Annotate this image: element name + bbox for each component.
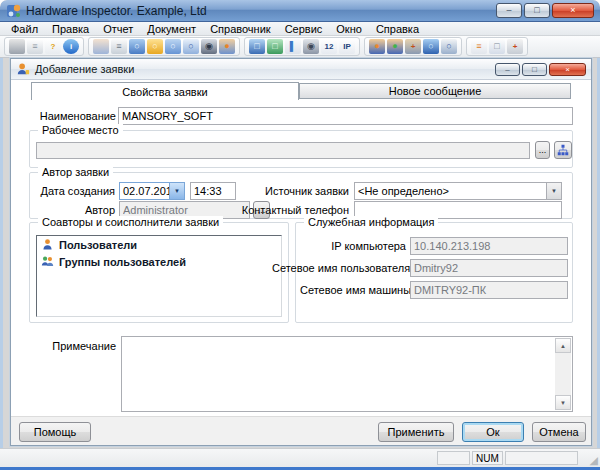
request-source-combobox[interactable]: <Не определено> ▼ [354, 182, 562, 200]
user-rights-icon[interactable]: + [405, 39, 421, 54]
new-request-icon[interactable]: ≡ [471, 39, 487, 54]
tab-request-properties[interactable]: Свойства заявки [31, 82, 299, 100]
find-user-icon[interactable]: ● [219, 39, 235, 54]
ip-label: IP компьютера [300, 240, 406, 252]
menu-item-document[interactable]: Документ [140, 22, 203, 36]
dialog-add-request: Добавление заявки – □ × Свойства заявки … [10, 58, 592, 446]
tab-label: Новое сообщение [389, 85, 482, 97]
toolbar-group: ●●+○○ [364, 37, 462, 56]
print-icon[interactable] [9, 39, 25, 54]
help-topics-icon[interactable]: ? [45, 39, 61, 54]
name-label: Наименование [31, 110, 116, 122]
coauthors-group: Соавторы и соисполнители заявки Пользова… [29, 222, 289, 323]
ok-button[interactable]: Ок [462, 422, 524, 442]
apply-button[interactable]: Применить [378, 422, 454, 442]
toolbar-group: ≡?i [4, 37, 84, 56]
list-item-user-groups[interactable]: Группы пользователей [37, 253, 281, 270]
window-left-border [0, 58, 3, 450]
resize-grip[interactable]: ◢ [590, 455, 598, 466]
workplace-group: Рабочее место ... [29, 130, 573, 168]
menu-item-file[interactable]: Файл [4, 22, 45, 36]
menu-item-help[interactable]: Справка [369, 22, 426, 36]
about-icon[interactable]: i [63, 39, 79, 54]
help-button[interactable]: Помощь [19, 422, 91, 442]
service-info-group: Служебная информация IP компьютера Сетев… [295, 222, 573, 323]
author-group: Автор заявки Дата создания 02.07.2015 ▼ … [29, 172, 573, 219]
close-icon: × [565, 66, 570, 74]
request-source-value: <Не определено> [355, 183, 546, 199]
dialog-titlebar[interactable]: Добавление заявки – □ × [11, 59, 591, 80]
find-history-icon[interactable]: ○ [165, 39, 181, 54]
dialog-minimize-button[interactable]: – [495, 63, 520, 76]
users-group-icon [41, 255, 54, 268]
name-input[interactable] [118, 107, 573, 125]
scheduler-icon[interactable]: ○ [441, 39, 457, 54]
creation-date-label: Дата создания [34, 185, 115, 197]
device-details-icon[interactable]: ≡ [111, 39, 127, 54]
net-user-label: Сетевое имя пользователя [272, 262, 406, 274]
menu-bar: Файл Правка Отчет Документ Справочник Се… [0, 22, 600, 36]
creation-time-input[interactable] [190, 182, 236, 200]
messages-icon[interactable]: □ [489, 39, 505, 54]
list-item-label: Группы пользователей [59, 256, 186, 268]
workplace-tree-button[interactable] [554, 141, 572, 159]
chevron-down-icon[interactable]: ▼ [169, 183, 184, 199]
dialog-maximize-button[interactable]: □ [522, 63, 547, 76]
search-icon[interactable]: ○ [183, 39, 199, 54]
maximize-button[interactable]: □ [524, 3, 550, 18]
find-document-icon[interactable]: ○ [147, 39, 163, 54]
tab-new-message[interactable]: Новое сообщение [299, 83, 571, 99]
scroll-up-button[interactable]: ▲ [555, 338, 571, 353]
cancel-button[interactable]: Отмена [532, 422, 586, 442]
device-photo-icon[interactable]: ◉ [201, 39, 217, 54]
workplace-browse-button[interactable]: ... [535, 141, 550, 159]
note-scrollbar[interactable]: ▲ ▼ [555, 338, 571, 410]
creation-date-combobox[interactable]: 02.07.2015 ▼ [119, 182, 185, 200]
note-textarea[interactable]: ▲ ▼ [121, 336, 573, 412]
user-icon [41, 238, 54, 251]
window-titlebar[interactable]: Hardware Inspector. Example, Ltd – □ × [0, 0, 600, 22]
list-item-users[interactable]: Пользователи [37, 236, 281, 253]
ip-address-icon[interactable]: IP [339, 39, 355, 54]
snapshot-icon[interactable]: ◉ [303, 39, 319, 54]
device-tree-icon[interactable] [93, 39, 109, 54]
creation-date-value: 02.07.2015 [120, 183, 169, 199]
find-device-icon[interactable]: ○ [129, 39, 145, 54]
status-cell [437, 451, 470, 465]
menu-item-report[interactable]: Отчет [96, 22, 140, 36]
note-label: Примечание [31, 340, 116, 352]
menu-item-reference[interactable]: Справочник [203, 22, 278, 36]
user-add-icon[interactable]: ● [387, 39, 403, 54]
app-window: Hardware Inspector. Example, Ltd – □ × Ф… [0, 0, 600, 470]
inventory-number-icon[interactable]: 12 [321, 39, 337, 54]
computer-icon[interactable]: □ [249, 39, 265, 54]
user-icon[interactable]: ● [369, 39, 385, 54]
window-title: Hardware Inspector. Example, Ltd [26, 4, 207, 18]
arrow-down-icon: ▼ [560, 400, 566, 406]
device-move-icon[interactable]: □ [267, 39, 283, 54]
source-label: Источник заявки [234, 185, 349, 197]
report-preview-icon[interactable]: ≡ [27, 39, 43, 54]
chart-icon[interactable]: ▌ [285, 39, 301, 54]
menu-item-service[interactable]: Сервис [278, 22, 330, 36]
settings-icon[interactable]: + [507, 39, 523, 54]
ip-input [410, 237, 568, 255]
workplace-group-label: Рабочее место [38, 124, 123, 136]
status-bar: NUM ◢ [0, 448, 600, 467]
request-icon [16, 62, 30, 76]
dialog-title: Добавление заявки [35, 63, 134, 75]
menu-item-window[interactable]: Окно [329, 22, 369, 36]
machine-name-input [410, 281, 568, 299]
scroll-down-button[interactable]: ▼ [555, 395, 571, 410]
minimize-button[interactable]: – [496, 3, 522, 18]
minimize-icon: – [506, 6, 511, 15]
menu-item-edit[interactable]: Правка [45, 22, 96, 36]
online-users-icon[interactable]: ○ [423, 39, 439, 54]
chevron-down-icon[interactable]: ▼ [546, 183, 561, 199]
close-button[interactable]: × [552, 3, 594, 18]
num-lock-indicator: NUM [472, 451, 503, 465]
org-tree-icon [557, 144, 569, 156]
dialog-close-button[interactable]: × [549, 63, 586, 76]
toolbar: ≡?i≡○○○○◉●□□▌◉12IP●●+○○≡□+ [0, 36, 600, 58]
close-icon: × [570, 6, 575, 15]
